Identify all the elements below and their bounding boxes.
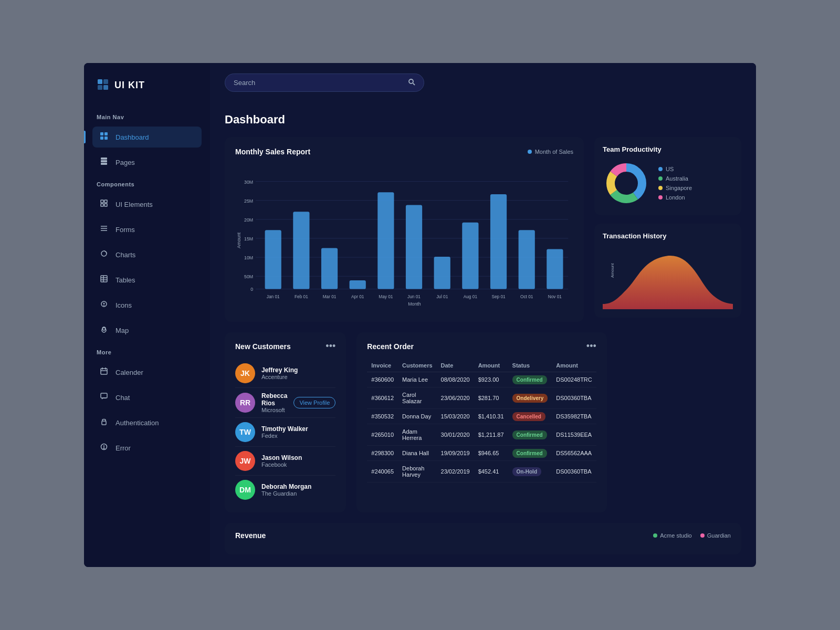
transaction-history-card: Transaction History [594,224,741,318]
col-date: Date [437,359,474,372]
customer-info: Deborah Morgan The Guardian [261,483,335,497]
map-icon [99,325,109,335]
donut-chart [603,160,650,207]
svg-line-37 [413,83,415,86]
customer-company: Facebook [261,461,335,468]
cell-customer: Diana Hall [398,446,436,461]
sidebar-item-error[interactable]: Error [92,437,202,458]
legend-guardian-dot [700,533,705,538]
svg-rect-11 [101,200,103,203]
cell-invoice: #298300 [367,446,398,461]
legend-us-label: US [666,166,674,172]
status-badge: Confirmed [512,375,547,384]
sidebar-item-icons[interactable]: Icons [92,295,202,316]
cell-customer: Carol Salazar [398,387,436,409]
map-label: Map [116,327,129,334]
cell-date: 23/06/2020 [437,387,474,409]
customer-item: TW Timothy Walker Fedex [235,418,335,447]
ui-elements-label: UI Elements [116,201,153,208]
revenue-header: Revenue Acme studio Guardian [235,531,731,540]
chat-label: Chat [116,394,130,402]
view-profile-button[interactable]: View Profile [293,397,335,408]
svg-rect-53 [265,230,281,289]
table-row: #265010 Adam Herrera 30/01/2020 $1,211.8… [367,424,596,446]
logo: UI KIT [92,76,202,95]
customer-company: Accenture [261,374,335,380]
dashboard-icon [99,132,109,142]
team-productivity-title: Team Productivity [603,145,733,153]
svg-text:Amount: Amount [236,232,242,248]
sidebar-item-pages[interactable]: Pages [92,152,202,173]
cell-ref: DS00360TBA [552,387,596,409]
donut-legend: US Australia Singapore [658,166,692,201]
table-row: #360612 Carol Salazar 23/06/2020 $281.70… [367,387,596,409]
cell-date: 23/02/2019 [437,461,474,482]
error-icon [99,443,109,453]
sidebar-item-dashboard[interactable]: Dashboard [92,127,202,148]
authentication-icon [99,417,109,428]
right-panel: Team Productivity [594,137,741,322]
sidebar-item-map[interactable]: Map [92,320,202,341]
legend-australia-dot [658,176,663,181]
customer-item: JK Jeffrey King Accenture [235,359,335,388]
tables-icon [99,275,109,285]
logo-text: UI KIT [114,80,145,91]
svg-text:30M: 30M [244,180,253,185]
legend-london-dot [658,195,663,200]
customer-name: Jeffrey King [261,366,335,374]
sidebar-item-authentication[interactable]: Authentication [92,412,202,433]
customers-menu-icon[interactable]: ••• [326,341,335,352]
icons-icon [99,300,109,310]
cell-amount: $281.70 [474,387,508,409]
cell-amount: $452.41 [474,461,508,482]
svg-rect-9 [101,160,107,162]
sidebar-item-tables[interactable]: Tables [92,269,202,290]
svg-text:Month: Month [408,301,421,307]
legend-dot [528,150,532,154]
table-row: #240065 Deborah Harvey 23/02/2019 $452.4… [367,461,596,482]
legend-guardian-label: Guardian [707,532,731,539]
charts-label: Charts [116,251,135,259]
sidebar: UI KIT Main Nav Dashboard [84,63,210,567]
cell-invoice: #360600 [367,372,398,387]
status-badge: Confirmed [512,449,547,458]
legend-singapore-label: Singapore [666,185,692,191]
search-input[interactable] [234,79,403,87]
authentication-label: Authentication [116,419,159,427]
cell-status: On-Hold [508,461,552,482]
forms-label: Forms [116,226,135,234]
customer-item: DM Deborah Morgan The Guardian [235,476,335,504]
svg-rect-1 [103,79,108,84]
customer-info: Rebecca Rios Microsoft [261,392,287,413]
svg-rect-63 [547,249,563,289]
sidebar-item-charts[interactable]: Charts [92,244,202,265]
col-status: Status [508,359,552,372]
cell-ref: DS00360TBA [552,461,596,482]
status-badge: Ondelivery [512,394,548,403]
col-customers: Customers [398,359,436,372]
sidebar-item-calendar[interactable]: Calender [92,362,202,383]
cell-date: 15/03/2020 [437,409,474,424]
sidebar-item-chat[interactable]: Chat [92,387,202,408]
customer-avatar: DM [235,480,255,500]
chat-icon [99,392,109,403]
chart-header: Monthly Sales Report Month of Sales [235,148,573,156]
svg-text:Jan 01: Jan 01 [267,294,280,299]
svg-text:Amount: Amount [610,263,615,278]
main-content: Dashboard Monthly Sales Report Month of … [210,63,756,567]
charts-icon [99,249,109,260]
sidebar-item-ui-elements[interactable]: UI Elements [92,194,202,215]
revenue-title: Revenue [235,531,266,540]
legend-australia-label: Australia [666,175,688,182]
svg-text:Feb 01: Feb 01 [295,294,308,299]
orders-menu-icon[interactable]: ••• [586,341,596,352]
orders-card-title: Recent Order [367,342,414,351]
error-label: Error [116,444,131,452]
svg-rect-5 [104,132,108,135]
components-label: Components [92,177,202,190]
sidebar-item-forms[interactable]: Forms [92,219,202,240]
svg-rect-32 [102,421,106,425]
search-bar[interactable] [225,74,424,92]
col-amount: Amount [474,359,508,372]
svg-point-35 [103,448,104,448]
